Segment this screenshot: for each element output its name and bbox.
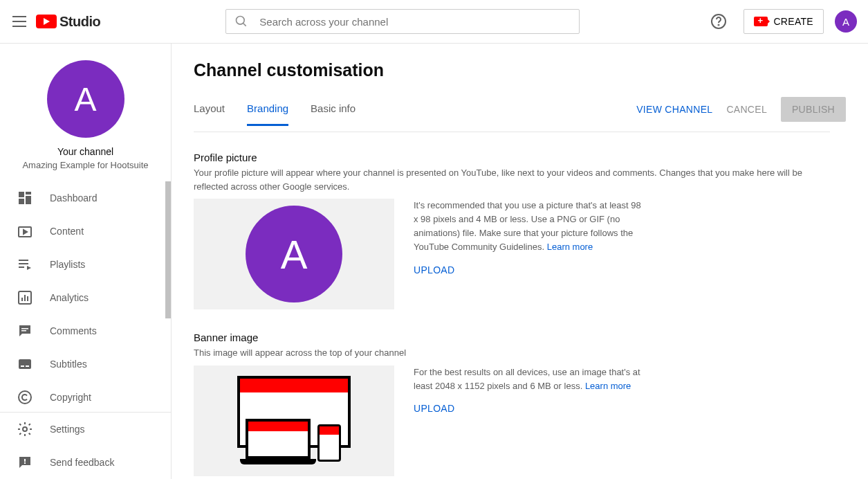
- tabs: Layout Branding Basic info: [194, 102, 355, 126]
- menu-icon[interactable]: [11, 13, 28, 30]
- svg-rect-16: [21, 328, 28, 329]
- section-desc: Your profile picture will appear where y…: [194, 166, 830, 193]
- nav-label: Comments: [50, 325, 97, 336]
- scrollbar[interactable]: [165, 181, 171, 318]
- subtitles-icon: [17, 356, 33, 372]
- learn-more-link[interactable]: Learn more: [547, 242, 593, 252]
- svg-rect-13: [21, 298, 23, 301]
- sidebar-nav: Dashboard Content Playlists Analytics Co…: [0, 181, 171, 412]
- header-actions: VIEW CHANNEL CANCEL PUBLISH: [636, 97, 846, 122]
- header-left: Studio: [11, 13, 100, 30]
- search-input[interactable]: [259, 16, 571, 28]
- avatar-preview: A: [246, 206, 342, 302]
- svg-rect-20: [26, 365, 29, 367]
- svg-rect-18: [19, 359, 31, 369]
- nav-label: Settings: [50, 424, 85, 435]
- app-header: Studio CREATE A: [0, 0, 868, 44]
- svg-rect-11: [19, 266, 24, 268]
- playlists-icon: [17, 256, 33, 273]
- banner-preview: [194, 365, 394, 476]
- upload-profile-button[interactable]: UPLOAD: [414, 264, 830, 275]
- help-icon: [710, 13, 727, 30]
- section-title: Banner image: [194, 332, 830, 343]
- devices-illustration: [232, 376, 356, 466]
- svg-rect-7: [19, 199, 24, 204]
- sidebar-bottom: Settings Send feedback: [0, 412, 171, 479]
- sidebar-item-feedback[interactable]: Send feedback: [0, 446, 171, 479]
- svg-rect-15: [27, 296, 28, 301]
- nav-label: Analytics: [50, 292, 89, 303]
- svg-line-1: [243, 24, 246, 26]
- copyright-icon: [17, 389, 33, 406]
- cancel-button[interactable]: CANCEL: [726, 104, 767, 115]
- svg-rect-4: [19, 192, 24, 197]
- svg-rect-9: [19, 260, 28, 261]
- svg-rect-10: [19, 263, 28, 264]
- top-row: Layout Branding Basic info VIEW CHANNEL …: [194, 97, 846, 132]
- nav-label: Content: [50, 226, 84, 237]
- channel-avatar[interactable]: A: [47, 60, 124, 138]
- tab-layout[interactable]: Layout: [194, 102, 225, 126]
- studio-logo[interactable]: Studio: [36, 14, 100, 30]
- profile-picture-section: Profile picture Your profile picture wil…: [194, 152, 830, 309]
- analytics-icon: [17, 289, 33, 306]
- profile-preview: A: [194, 199, 394, 309]
- learn-more-link[interactable]: Learn more: [585, 381, 631, 391]
- content-icon: [17, 223, 33, 240]
- svg-rect-23: [24, 459, 26, 462]
- account-avatar[interactable]: A: [835, 10, 857, 33]
- sidebar-item-subtitles[interactable]: Subtitles: [0, 347, 171, 381]
- profile-info-text: It's recommended that you use a picture …: [414, 199, 642, 255]
- help-button[interactable]: [705, 8, 732, 35]
- banner-info-text: For the best results on all devices, use…: [414, 365, 642, 393]
- logo-text: Studio: [59, 14, 100, 30]
- feedback-icon: [17, 454, 33, 471]
- sidebar: A Your channel Amazing Example for Hoots…: [0, 44, 172, 479]
- nav-label: Send feedback: [50, 457, 114, 468]
- svg-point-0: [237, 17, 245, 25]
- nav-label: Subtitles: [50, 359, 87, 370]
- page-title: Channel customisation: [194, 60, 846, 80]
- create-button[interactable]: CREATE: [744, 9, 824, 34]
- sidebar-item-dashboard[interactable]: Dashboard: [0, 181, 171, 215]
- sidebar-item-playlists[interactable]: Playlists: [0, 248, 171, 281]
- youtube-icon: [36, 15, 57, 28]
- search-icon: [234, 15, 248, 28]
- nav-label: Copyright: [50, 392, 91, 403]
- header-right: CREATE A: [705, 8, 857, 35]
- sidebar-item-analytics[interactable]: Analytics: [0, 281, 171, 314]
- sidebar-item-copyright[interactable]: Copyright: [0, 381, 171, 412]
- view-channel-link[interactable]: VIEW CHANNEL: [636, 104, 712, 115]
- sidebar-profile: A Your channel Amazing Example for Hoots…: [0, 44, 171, 181]
- tab-branding[interactable]: Branding: [247, 102, 288, 126]
- search-wrap: [100, 9, 705, 34]
- nav-label: Dashboard: [50, 192, 98, 204]
- publish-button[interactable]: PUBLISH: [781, 97, 846, 122]
- comments-icon: [17, 323, 33, 339]
- svg-point-22: [23, 427, 27, 431]
- svg-rect-14: [24, 295, 26, 301]
- svg-point-21: [19, 391, 31, 404]
- svg-rect-19: [21, 365, 24, 367]
- main-content: Channel customisation Layout Branding Ba…: [172, 44, 868, 479]
- search-box[interactable]: [225, 9, 580, 34]
- sidebar-item-content[interactable]: Content: [0, 215, 171, 248]
- svg-rect-17: [21, 330, 26, 332]
- svg-rect-6: [26, 196, 31, 204]
- dashboard-icon: [17, 190, 33, 206]
- section-desc: This image will appear across the top of…: [194, 346, 830, 360]
- create-icon: [754, 17, 768, 26]
- tabs-divider: [194, 132, 830, 132]
- sidebar-item-settings[interactable]: Settings: [0, 413, 171, 446]
- banner-image-section: Banner image This image will appear acro…: [194, 332, 830, 476]
- svg-point-3: [719, 25, 719, 26]
- svg-rect-5: [26, 192, 31, 195]
- gear-icon: [17, 421, 33, 437]
- channel-label: Your channel: [11, 146, 160, 157]
- nav-label: Playlists: [50, 259, 85, 270]
- sidebar-item-comments[interactable]: Comments: [0, 314, 171, 347]
- upload-banner-button[interactable]: UPLOAD: [414, 403, 830, 414]
- create-label: CREATE: [773, 16, 813, 27]
- svg-rect-24: [24, 462, 26, 464]
- tab-basic-info[interactable]: Basic info: [311, 102, 355, 126]
